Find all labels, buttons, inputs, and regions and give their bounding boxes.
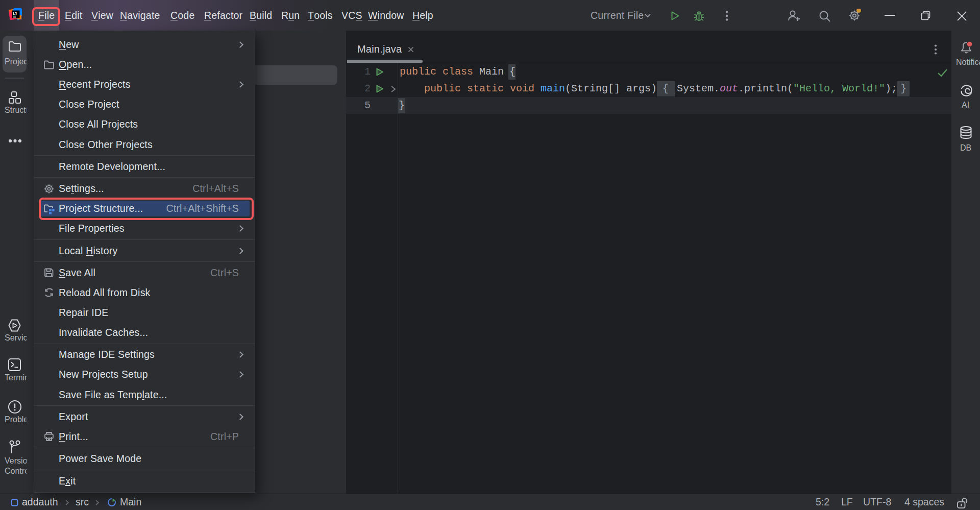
- svg-text:IJ: IJ: [13, 11, 17, 16]
